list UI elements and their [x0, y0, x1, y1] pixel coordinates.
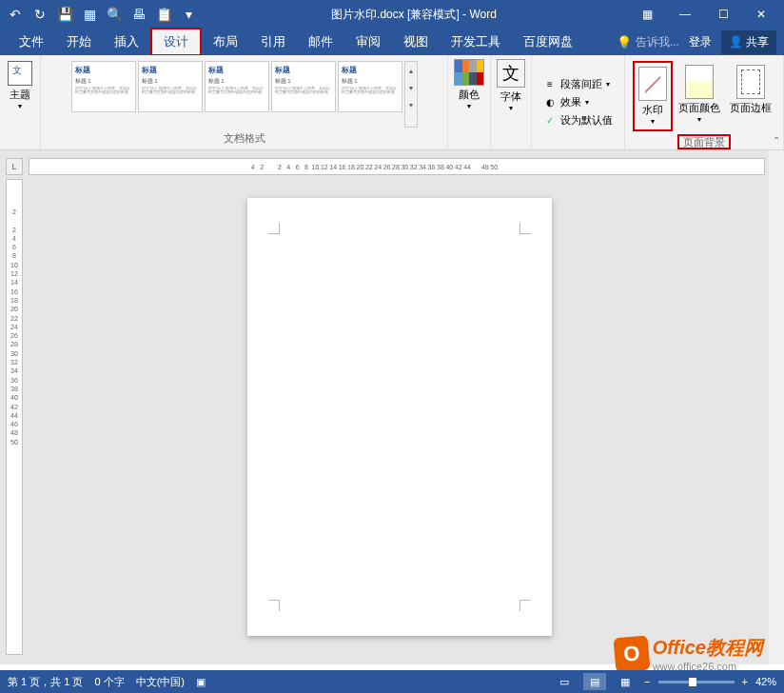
scroll-up-icon[interactable]: ▴ — [405, 62, 417, 79]
watermark-overlay: O Office教程网 www.office26.com — [615, 635, 763, 672]
macro-icon[interactable]: ▣ — [196, 676, 206, 688]
quick-print-button[interactable]: 🖶 — [127, 3, 150, 26]
colors-group: 颜色 ▾ — [448, 55, 491, 149]
watermark-title: Office教程网 — [653, 635, 763, 661]
themes-label: 主题 — [10, 88, 30, 102]
print-preview-button[interactable]: 🔍 — [103, 3, 126, 26]
read-mode-button[interactable]: ▭ — [553, 673, 576, 690]
login-button[interactable]: 登录 — [683, 34, 717, 50]
effects-button[interactable]: ◐ 效果 ▾ — [541, 94, 615, 110]
tab-baidu[interactable]: 百度网盘 — [512, 30, 584, 54]
vertical-ruler[interactable]: 2246810121416182022242628303234363840424… — [6, 179, 23, 655]
page-background-group: 水印 ▾ 页面颜色 ▾ 页面边框 页面背景 — [625, 55, 784, 149]
page[interactable] — [247, 198, 552, 636]
style-preview[interactable]: 标题 标题 1 对于"插入"选项卡上的库，在设计时需要与文档中选定内容的外观 — [338, 61, 402, 112]
colors-icon — [454, 59, 484, 86]
zoom-level[interactable]: 42% — [755, 676, 776, 687]
margin-mark — [268, 600, 280, 611]
qat-customize-icon[interactable]: ▾ — [177, 3, 200, 26]
redo-button[interactable]: ↻ — [29, 3, 51, 26]
page-border-button[interactable]: 页面边框 — [726, 61, 775, 131]
window-title: 图片水印.docx [兼容模式] - Word — [200, 7, 628, 23]
styles-gallery[interactable]: 标题 标题 1 对于"插入"选项卡上的库，在设计时需要与文档中选定内容的外观 标… — [69, 59, 420, 129]
new-button[interactable]: ▦ — [78, 3, 101, 26]
ribbon-options-button[interactable]: ▦ — [628, 0, 666, 29]
maximize-button[interactable]: ☐ — [704, 0, 742, 29]
language[interactable]: 中文(中国) — [136, 675, 185, 689]
themes-button[interactable]: 主题 ▾ — [6, 59, 34, 112]
zoom-out-button[interactable]: − — [644, 676, 650, 687]
undo-button[interactable]: ↶ — [4, 3, 27, 26]
word-count[interactable]: 0 个字 — [94, 675, 124, 689]
page-color-icon — [685, 65, 714, 99]
style-preview[interactable]: 标题 标题 1 对于"插入"选项卡上的库，在设计时需要与文档中选定内容的外观 — [138, 61, 203, 112]
zoom-in-button[interactable]: + — [742, 676, 748, 687]
set-default-button[interactable]: ✓ 设为默认值 — [541, 112, 615, 129]
fonts-button[interactable]: 文 字体 ▾ — [497, 59, 525, 112]
tab-review[interactable]: 审阅 — [344, 30, 392, 54]
ribbon: 主题 ▾ 标题 标题 1 对于"插入"选项卡上的库，在设计时需要与文档中选定内容… — [0, 55, 784, 150]
margin-mark — [519, 600, 531, 611]
gallery-expand-icon[interactable]: ▾ — [405, 96, 417, 113]
save-button[interactable]: 💾 — [53, 3, 76, 26]
watermark-button[interactable]: 水印 ▾ — [633, 61, 673, 131]
margin-mark — [519, 223, 531, 234]
collapse-ribbon-icon[interactable]: ⌃ — [773, 135, 780, 146]
fonts-icon: 文 — [497, 59, 525, 88]
checkmark-icon: ✓ — [543, 114, 557, 128]
window-controls: ▦ — ☐ ✕ — [628, 0, 780, 29]
fonts-group: 文 字体 ▾ — [491, 55, 532, 149]
doc-formatting-group: 标题 标题 1 对于"插入"选项卡上的库，在设计时需要与文档中选定内容的外观 标… — [41, 55, 448, 149]
page-count[interactable]: 第 1 页，共 1 页 — [8, 675, 83, 689]
tab-design[interactable]: 设计 — [150, 28, 202, 56]
office-logo-icon: O — [613, 635, 650, 672]
quick-access-toolbar: ↶ ↻ 💾 ▦ 🔍 🖶 📋 ▾ — [4, 3, 200, 26]
style-preview[interactable]: 标题 标题 1 对于"插入"选项卡上的库，在设计时需要与文档中选定内容的外观 — [205, 61, 269, 112]
effects-icon: ◐ — [543, 96, 557, 109]
lightbulb-icon: 💡 — [617, 35, 632, 50]
tab-insert[interactable]: 插入 — [103, 30, 150, 54]
formatting-options-group: ≡ 段落间距 ▾ ◐ 效果 ▾ ✓ 设为默认值 — [532, 55, 625, 149]
minimize-button[interactable]: — — [666, 0, 704, 29]
share-button[interactable]: 👤 共享 — [721, 30, 776, 54]
page-color-button[interactable]: 页面颜色 ▾ — [675, 61, 724, 131]
themes-group: 主题 ▾ — [0, 55, 41, 149]
title-bar: ↶ ↻ 💾 ▦ 🔍 🖶 📋 ▾ 图片水印.docx [兼容模式] - Word … — [0, 0, 784, 29]
horizontal-ruler[interactable]: 4224681012141618202224262830323436384042… — [29, 158, 765, 175]
page-bg-label: 页面背景 — [677, 133, 731, 149]
web-layout-button[interactable]: ▦ — [614, 673, 637, 690]
tab-home[interactable]: 开始 — [55, 30, 103, 54]
tab-view[interactable]: 视图 — [392, 30, 440, 54]
style-preview[interactable]: 标题 标题 1 对于"插入"选项卡上的库，在设计时需要与文档中选定内容的外观 — [71, 61, 136, 112]
chevron-down-icon: ▾ — [509, 104, 513, 112]
ruler-corner[interactable]: L — [6, 158, 23, 175]
tell-me-input[interactable]: 告诉我... — [636, 34, 679, 50]
ribbon-tabs: 文件 开始 插入 设计 布局 引用 邮件 审阅 视图 开发工具 百度网盘 💡 告… — [0, 29, 784, 55]
paragraph-spacing-icon: ≡ — [543, 78, 557, 91]
close-button[interactable]: ✕ — [742, 0, 780, 29]
tab-layout[interactable]: 布局 — [202, 30, 249, 54]
tab-mail[interactable]: 邮件 — [297, 30, 344, 54]
status-bar: 第 1 页，共 1 页 0 个字 中文(中国) ▣ ▭ ▤ ▦ − + 42% — [0, 670, 784, 693]
document-area: L 42246810121416182022242628303234363840… — [0, 150, 784, 664]
paste-button[interactable]: 📋 — [152, 3, 175, 26]
watermark-icon — [638, 67, 667, 101]
style-preview[interactable]: 标题 标题 1 对于"插入"选项卡上的库，在设计时需要与文档中选定内容的外观 — [271, 61, 336, 112]
chevron-down-icon: ▾ — [697, 115, 701, 124]
print-layout-button[interactable]: ▤ — [583, 673, 606, 690]
margin-mark — [268, 223, 280, 234]
tab-references[interactable]: 引用 — [249, 30, 297, 54]
zoom-slider[interactable] — [658, 681, 735, 683]
chevron-down-icon: ▾ — [18, 102, 22, 110]
colors-button[interactable]: 颜色 ▾ — [454, 59, 484, 110]
tab-file[interactable]: 文件 — [8, 30, 55, 54]
paragraph-spacing-button[interactable]: ≡ 段落间距 ▾ — [541, 76, 615, 92]
scroll-down-icon[interactable]: ▾ — [405, 79, 417, 96]
chevron-down-icon: ▾ — [651, 117, 655, 126]
gallery-scroll: ▴ ▾ ▾ — [404, 61, 418, 128]
vertical-scrollbar[interactable] — [769, 150, 784, 664]
themes-icon — [8, 61, 32, 86]
doc-format-label: 文档格式 — [224, 129, 265, 146]
page-border-icon — [736, 65, 765, 99]
tab-developer[interactable]: 开发工具 — [440, 30, 512, 54]
